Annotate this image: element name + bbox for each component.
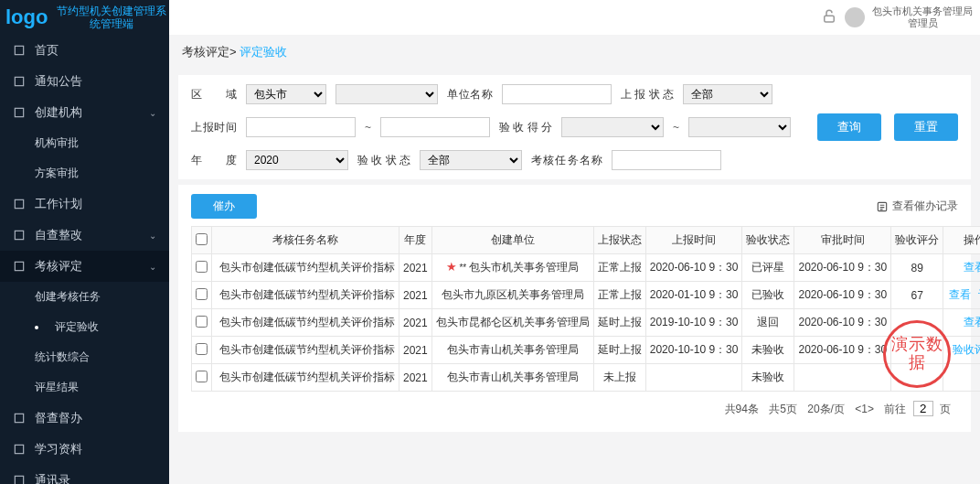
label-accept-status: 验收状态 xyxy=(357,153,410,168)
sidebar-subitem[interactable]: 方案审批 xyxy=(0,158,169,188)
sidebar: 首页通知公告创建机构⌄机构审批方案审批工作计划自查整改⌄考核评定⌄创建考核任务评… xyxy=(0,35,169,484)
user-info: 包头市机关事务管理局 管理员 xyxy=(872,5,973,29)
filter-panel: 区域 包头市 单位名称 上报状态 全部 上报时间 ~ 验收得分 ~ 查询 重置 xyxy=(178,75,971,179)
table-panel: 催办 查看催办记录 考核任务名称年度创建单位上报状态上报时间验收状态审批时间验收… xyxy=(178,185,971,432)
table-row: 包头市创建低碳节约型机关评价指标2021包头市青山机关事务管理局未上报未验收 xyxy=(192,364,981,392)
svg-rect-4 xyxy=(15,199,23,208)
active-dot-icon xyxy=(35,326,38,329)
col-header: 验收状态 xyxy=(742,227,794,254)
sidebar-item[interactable]: 自查整改⌄ xyxy=(0,220,169,251)
col-header: 验收评分 xyxy=(891,227,943,254)
breadcrumb: 考核评定> 评定验收 xyxy=(169,35,980,70)
op-link[interactable]: 查看 xyxy=(949,288,971,301)
row-checkbox[interactable] xyxy=(196,288,208,300)
col-header xyxy=(192,227,212,254)
nav-icon xyxy=(13,75,26,88)
sidebar-item[interactable]: 考核评定⌄ xyxy=(0,251,169,282)
sidebar-subitem[interactable]: 评定验收 xyxy=(0,312,169,342)
query-button[interactable]: 查询 xyxy=(817,113,881,141)
nav-icon xyxy=(13,229,26,242)
year-select[interactable]: 2020 xyxy=(246,150,348,170)
page-goto-input[interactable] xyxy=(913,401,933,416)
sidebar-item[interactable]: 工作计划 xyxy=(0,188,169,220)
op-link[interactable]: 查看 xyxy=(964,261,980,274)
star-icon: ★ xyxy=(446,260,457,274)
table-row: 包头市创建低碳节约型机关评价指标2021包头市青山机关事务管理局延时上报2020… xyxy=(192,337,981,364)
sidebar-subitem[interactable]: 统计数综合 xyxy=(0,342,169,372)
nav-icon xyxy=(13,106,26,119)
label-region: 区域 xyxy=(191,87,237,102)
view-urge-record[interactable]: 查看催办记录 xyxy=(876,199,958,214)
chevron-down-icon: ⌄ xyxy=(149,262,156,272)
sidebar-subitem[interactable]: 机构审批 xyxy=(0,128,169,158)
svg-rect-5 xyxy=(15,231,23,239)
report-time-to[interactable] xyxy=(380,117,490,137)
unit-input[interactable] xyxy=(502,84,612,104)
label-year: 年度 xyxy=(191,153,237,168)
lock-icon[interactable] xyxy=(821,8,837,27)
label-report-time: 上报时间 xyxy=(191,120,237,135)
top-header: logo 节约型机关创建管理系统管理端 包头市机关事务管理局 管理员 xyxy=(0,0,980,35)
report-status-select[interactable]: 全部 xyxy=(683,84,772,104)
col-header: 操作 xyxy=(943,227,980,254)
row-checkbox[interactable] xyxy=(196,371,208,382)
col-header: 创建单位 xyxy=(431,227,593,254)
svg-rect-9 xyxy=(15,476,23,484)
chevron-down-icon: ⌄ xyxy=(149,108,156,118)
sidebar-item[interactable]: 督查督办 xyxy=(0,403,169,434)
label-task-name: 考核任务名称 xyxy=(531,153,602,168)
col-header: 年度 xyxy=(399,227,432,254)
logo: logo xyxy=(5,5,48,29)
reset-button[interactable]: 重置 xyxy=(894,113,958,141)
list-icon xyxy=(876,200,889,213)
sidebar-subitem[interactable]: 评星结果 xyxy=(0,372,169,403)
pager: 共94条 共5页 20条/页 <1> 前往 页 xyxy=(191,392,958,417)
region-select[interactable]: 包头市 xyxy=(246,84,326,104)
nav-icon xyxy=(13,260,26,273)
svg-rect-7 xyxy=(15,414,23,422)
col-header: 上报时间 xyxy=(645,227,742,254)
sidebar-item[interactable]: 首页 xyxy=(0,35,169,66)
svg-rect-3 xyxy=(15,108,23,116)
report-time-from[interactable] xyxy=(246,117,356,137)
label-unit: 单位名称 xyxy=(447,87,493,102)
region-sub-select[interactable] xyxy=(336,84,438,104)
nav-icon xyxy=(13,443,26,456)
task-name-input[interactable] xyxy=(612,150,721,170)
table-row: 包头市创建低碳节约型机关评价指标2021包头市昆都仑区机关事务管理局延时上报20… xyxy=(192,309,981,337)
avatar[interactable] xyxy=(845,7,865,27)
result-table: 考核任务名称年度创建单位上报状态上报时间验收状态审批时间验收评分操作 包头市创建… xyxy=(191,226,980,392)
svg-rect-0 xyxy=(825,16,835,22)
nav-icon xyxy=(13,198,26,210)
system-title: 节约型机关创建管理系统管理端 xyxy=(53,5,169,31)
sidebar-item[interactable]: 创建机构⌄ xyxy=(0,97,169,128)
score-from-select[interactable] xyxy=(561,117,664,137)
sidebar-item[interactable]: 通讯录 xyxy=(0,465,169,484)
svg-rect-2 xyxy=(15,77,23,85)
op-link[interactable]: 查看 xyxy=(964,316,980,328)
nav-icon xyxy=(13,412,26,425)
score-to-select[interactable] xyxy=(688,117,791,137)
row-checkbox[interactable] xyxy=(196,261,208,273)
sidebar-item[interactable]: 学习资料 xyxy=(0,434,169,465)
sidebar-subitem[interactable]: 创建考核任务 xyxy=(0,282,169,312)
table-row: 包头市创建低碳节约型机关评价指标2021★** 包头市机关事务管理局正常上报20… xyxy=(192,254,981,282)
nav-icon xyxy=(13,474,26,484)
row-checkbox[interactable] xyxy=(196,316,208,328)
label-report-status: 上报状态 xyxy=(621,87,674,102)
col-header: 上报状态 xyxy=(593,227,645,254)
svg-rect-6 xyxy=(15,262,23,270)
op-link[interactable]: 验收评分 xyxy=(953,343,980,356)
select-all-checkbox[interactable] xyxy=(196,233,208,245)
svg-rect-8 xyxy=(15,445,23,453)
nav-icon xyxy=(13,44,26,57)
table-row: 包头市创建低碳节约型机关评价指标2021包头市九原区机关事务管理局正常上报202… xyxy=(192,282,981,309)
urge-button[interactable]: 催办 xyxy=(191,194,257,219)
col-header: 审批时间 xyxy=(794,227,891,254)
sidebar-item[interactable]: 通知公告 xyxy=(0,66,169,97)
label-score: 验收得分 xyxy=(499,120,552,135)
chevron-down-icon: ⌄ xyxy=(149,231,156,241)
col-header: 考核任务名称 xyxy=(212,227,399,254)
accept-status-select[interactable]: 全部 xyxy=(420,150,522,170)
row-checkbox[interactable] xyxy=(196,343,208,355)
